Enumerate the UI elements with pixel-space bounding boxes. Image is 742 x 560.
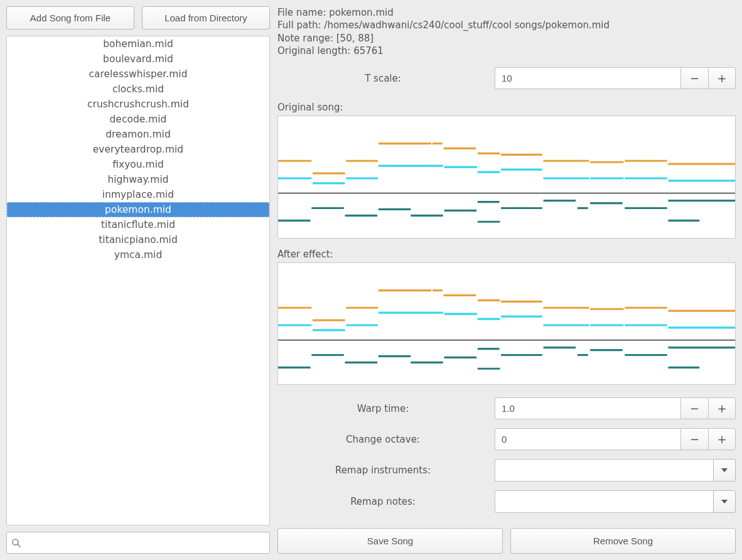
- t-scale-minus-button[interactable]: −: [680, 67, 708, 89]
- list-item[interactable]: inmyplace.mid: [7, 187, 269, 202]
- load-directory-button[interactable]: Load from Directory: [142, 6, 270, 30]
- remap-notes-dropdown-button[interactable]: [713, 490, 736, 513]
- original-song-label: Original song:: [277, 102, 736, 113]
- after-effect-plot: [277, 262, 736, 385]
- search-icon: [11, 538, 21, 548]
- list-item[interactable]: carelesswhisper.mid: [7, 67, 269, 82]
- remap-instruments-label: Remap instruments:: [277, 465, 495, 476]
- orig-len-value: 65761: [353, 45, 384, 57]
- remap-notes-value[interactable]: [495, 490, 713, 513]
- remove-song-button[interactable]: Remove Song: [510, 528, 736, 554]
- full-path-label: Full path:: [277, 19, 321, 31]
- search-input[interactable]: [6, 532, 270, 554]
- song-info: File name: pokemon.mid Full path: /homes…: [277, 6, 736, 57]
- list-item[interactable]: bohemian.mid: [7, 36, 269, 51]
- list-item[interactable]: titanicpiano.mid: [7, 232, 269, 247]
- list-item[interactable]: clocks.mid: [7, 82, 269, 97]
- remap-instruments-dropdown-button[interactable]: [713, 459, 736, 482]
- add-song-button[interactable]: Add Song from File: [6, 6, 134, 30]
- svg-line-1: [18, 544, 21, 547]
- list-item[interactable]: decode.mid: [7, 112, 269, 127]
- after-effect-label: After effect:: [277, 249, 736, 260]
- list-item[interactable]: crushcrushcrush.mid: [7, 97, 269, 112]
- list-item[interactable]: ymca.mid: [7, 247, 269, 262]
- list-item[interactable]: fixyou.mid: [7, 157, 269, 172]
- change-octave-plus-button[interactable]: +: [708, 428, 736, 450]
- change-octave-label: Change octave:: [277, 434, 495, 445]
- save-song-button[interactable]: Save Song: [277, 528, 503, 554]
- song-list[interactable]: bohemian.midboulevard.midcarelesswhisper…: [6, 36, 270, 525]
- warp-time-plus-button[interactable]: +: [708, 397, 736, 419]
- file-name-label: File name:: [277, 7, 326, 18]
- remap-instruments-value[interactable]: [495, 459, 713, 482]
- warp-time-label: Warp time:: [277, 403, 495, 414]
- list-item[interactable]: boulevard.mid: [7, 51, 269, 67]
- note-range-value: [50, 88]: [336, 33, 374, 44]
- list-item[interactable]: highway.mid: [7, 172, 269, 187]
- warp-time-minus-button[interactable]: −: [680, 397, 708, 419]
- change-octave-input[interactable]: [495, 428, 680, 450]
- t-scale-plus-button[interactable]: +: [708, 67, 736, 89]
- orig-len-label: Original length:: [277, 45, 350, 57]
- list-item[interactable]: titanicflute.mid: [7, 217, 269, 232]
- warp-time-input[interactable]: [495, 397, 680, 419]
- list-item[interactable]: pokemon.mid: [7, 202, 269, 217]
- list-item[interactable]: everyteardrop.mid: [7, 142, 269, 157]
- original-song-plot: [277, 116, 736, 239]
- change-octave-minus-button[interactable]: −: [680, 428, 708, 450]
- t-scale-input[interactable]: [495, 67, 680, 89]
- note-range-label: Note range:: [277, 33, 333, 44]
- t-scale-label: T scale:: [277, 73, 495, 84]
- list-item[interactable]: dreamon.mid: [7, 127, 269, 142]
- svg-point-0: [13, 539, 18, 545]
- full-path-value: /homes/wadhwani/cs240/cool_stuff/cool so…: [324, 19, 610, 31]
- remap-notes-label: Remap notes:: [277, 496, 495, 507]
- file-name-value: pokemon.mid: [329, 7, 393, 18]
